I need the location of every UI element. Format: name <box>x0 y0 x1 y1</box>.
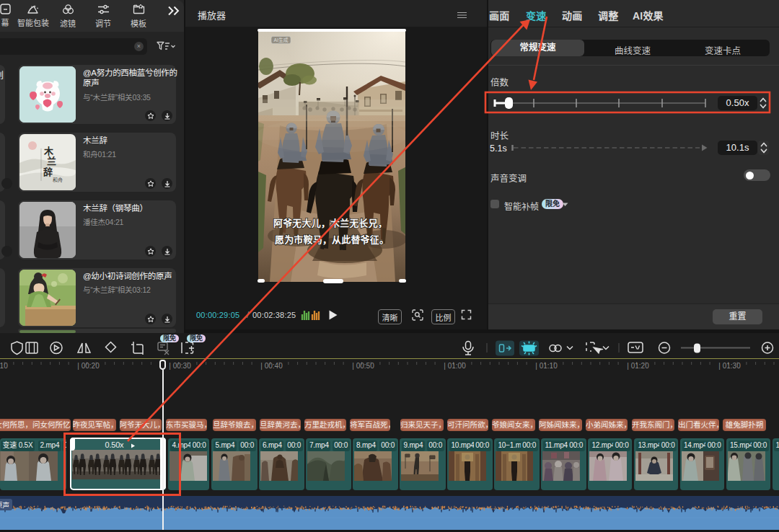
svg-text:辞: 辞 <box>43 164 53 178</box>
svg-text:阿爷无大儿，木兰无长兄，: 阿爷无大儿，木兰无长兄， <box>273 216 387 229</box>
svg-text:和舟: 和舟 <box>53 177 63 183</box>
svg-text:AI生成: AI生成 <box>273 37 288 43</box>
svg-text:愿为市鞍马，从此替爷征。: 愿为市鞍马，从此替爷征。 <box>275 232 389 246</box>
